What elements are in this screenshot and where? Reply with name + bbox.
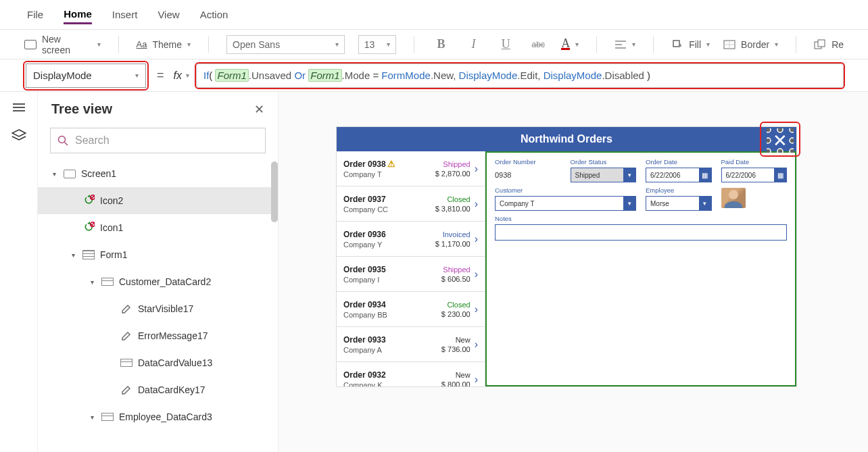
order-price: $ 2,870.00: [423, 170, 471, 178]
calendar-icon: ▦: [774, 168, 786, 182]
align-button[interactable]: ▾: [614, 40, 635, 49]
reorder-label: Re: [831, 39, 844, 50]
search-placeholder: Search: [75, 134, 110, 147]
fill-button[interactable]: Fill ▾: [671, 39, 710, 50]
svg-point-6: [767, 128, 771, 132]
menu-home[interactable]: Home: [64, 5, 92, 24]
expand-caret[interactable]: ▾: [50, 170, 58, 178]
scrollbar-thumb[interactable]: [271, 161, 278, 222]
field-order-date: Order Date 6/22/2006 ▦: [646, 158, 712, 182]
tree-node-form1[interactable]: ▾Form1: [38, 241, 278, 268]
svg-rect-2: [818, 40, 825, 47]
order-price: $ 606.50: [423, 275, 471, 283]
new-screen-label: New screen: [42, 34, 92, 55]
chevron-down-icon: ▾: [706, 41, 710, 48]
svg-point-10: [790, 138, 794, 143]
field-label: Customer: [495, 186, 636, 194]
fontcolor-button[interactable]: A ▾: [561, 39, 579, 50]
tree-node-errormessage17[interactable]: ErrorMessage17: [38, 322, 278, 349]
menu-view[interactable]: View: [158, 6, 179, 23]
search-icon: [57, 135, 68, 146]
font-select[interactable]: Open Sans ▾: [226, 35, 345, 54]
selected-control-highlight: ✕: [761, 123, 799, 155]
bold-button[interactable]: B: [432, 35, 451, 54]
tree-node-employee_datacard3[interactable]: ▾Employee_DataCard3: [38, 403, 278, 430]
order-company: Company T: [343, 170, 423, 178]
canvas[interactable]: Northwind Orders ✕ Order 0938⚠Company TS…: [279, 92, 868, 452]
close-tree-button[interactable]: ✕: [254, 102, 264, 117]
formula-input[interactable]: If( Form1.Unsaved Or Form1.Mode = FormMo…: [196, 64, 844, 88]
field-paid-date: Paid Date 6/22/2006 ▦: [721, 158, 788, 182]
strike-button[interactable]: abc: [529, 35, 548, 54]
tree-node-datacardvalue13[interactable]: DataCardValue13: [38, 349, 278, 376]
field-label: Notes: [495, 215, 787, 222]
menu-action[interactable]: Action: [200, 6, 228, 23]
tree-search[interactable]: Search: [50, 128, 266, 153]
property-selector[interactable]: DisplayMode ▾: [26, 64, 146, 88]
border-button[interactable]: Border ▾: [723, 39, 778, 50]
chevron-down-icon: ▾: [387, 41, 390, 48]
menu-file[interactable]: File: [27, 6, 43, 23]
field-label: Order Date: [646, 158, 712, 166]
reorder-button[interactable]: Re: [814, 39, 844, 50]
menubar: FileHomeInsertViewAction: [0, 0, 868, 30]
property-value: DisplayMode: [33, 70, 92, 81]
selected-cancel-icon[interactable]: ✕: [767, 128, 794, 153]
order-row[interactable]: Order 0933Company ANew$ 736.00›: [337, 327, 485, 362]
chevron-right-icon: ›: [471, 374, 478, 386]
field-value: 6/22/2006: [726, 172, 756, 179]
order-number: Order 0934: [343, 300, 423, 309]
field-label: Order Status: [571, 158, 637, 166]
order-row[interactable]: Order 0936Company YInvoiced$ 1,170.00›: [337, 222, 485, 257]
field-label: Employee: [646, 186, 712, 194]
expand-caret[interactable]: ▾: [69, 251, 77, 259]
order-row[interactable]: Order 0938⚠Company TShipped$ 2,870.00›: [337, 151, 485, 186]
svg-point-11: [767, 149, 771, 153]
fx-icon: fx: [174, 70, 182, 82]
tree-node-customer_datacard2[interactable]: ▾Customer_DataCard2: [38, 268, 278, 295]
fill-label: Fill: [689, 39, 701, 50]
order-row[interactable]: Order 0932Company KNew$ 800.00›: [337, 362, 485, 386]
customer-dropdown[interactable]: Company T ▾: [495, 196, 636, 211]
tree-node-icon2[interactable]: Icon2: [38, 187, 278, 214]
warning-icon: ⚠: [387, 159, 395, 169]
order-list[interactable]: Order 0938⚠Company TShipped$ 2,870.00›Or…: [337, 151, 485, 386]
status-dropdown[interactable]: Shipped ▾: [571, 168, 637, 182]
fontsize-select[interactable]: 13 ▾: [358, 35, 396, 54]
tree-node-icon1[interactable]: Icon1: [38, 214, 278, 241]
order-row[interactable]: Order 0935Company IShipped$ 606.50›: [337, 257, 485, 292]
chevron-right-icon: ›: [471, 303, 478, 316]
formula-bar: DisplayMode ▾ = fx ▾ If( Form1.Unsaved O…: [0, 59, 868, 92]
align-icon: [614, 40, 627, 49]
paiddate-picker[interactable]: 6/22/2006 ▦: [721, 168, 788, 182]
hamburger-button[interactable]: [12, 101, 26, 116]
menu-insert[interactable]: Insert: [112, 6, 138, 23]
chevron-down-icon: ▾: [135, 72, 139, 79]
tree-node-datacardkey17[interactable]: DataCardKey17: [38, 376, 278, 403]
card-icon: [101, 276, 114, 287]
expand-caret[interactable]: ▾: [88, 278, 96, 286]
refresh-icon: [82, 195, 95, 206]
italic-button[interactable]: I: [464, 35, 483, 54]
theme-button[interactable]: Aa Theme ▾: [137, 39, 191, 50]
tree-title: Tree view: [51, 101, 112, 117]
employee-dropdown[interactable]: Morse ▾: [646, 196, 712, 211]
underline-button[interactable]: U: [496, 35, 515, 54]
tree-node-label: DataCardKey17: [138, 384, 206, 395]
field-value: Morse: [650, 200, 669, 207]
expand-caret[interactable]: ▾: [88, 413, 96, 421]
order-row[interactable]: Order 0937Company CCClosed$ 3,810.00›: [337, 186, 485, 222]
orderdate-picker[interactable]: 6/22/2006 ▦: [646, 168, 712, 182]
new-screen-button[interactable]: New screen ▾: [24, 34, 101, 55]
tree-node-screen1[interactable]: ▾Screen1: [38, 160, 278, 187]
tree-node-starvisible17[interactable]: StarVisible17: [38, 295, 278, 322]
fx-button[interactable]: fx ▾: [174, 70, 189, 82]
order-status: Shipped: [423, 160, 471, 168]
order-row[interactable]: Order 0934Company BBClosed$ 230.00›: [337, 292, 485, 327]
app-header: Northwind Orders ✕: [337, 127, 796, 151]
treeview-button[interactable]: [11, 129, 26, 141]
notes-input[interactable]: [495, 224, 787, 241]
chevron-right-icon: ›: [471, 163, 478, 175]
order-status: New: [423, 371, 471, 379]
order-number: Order 0937: [343, 195, 423, 204]
